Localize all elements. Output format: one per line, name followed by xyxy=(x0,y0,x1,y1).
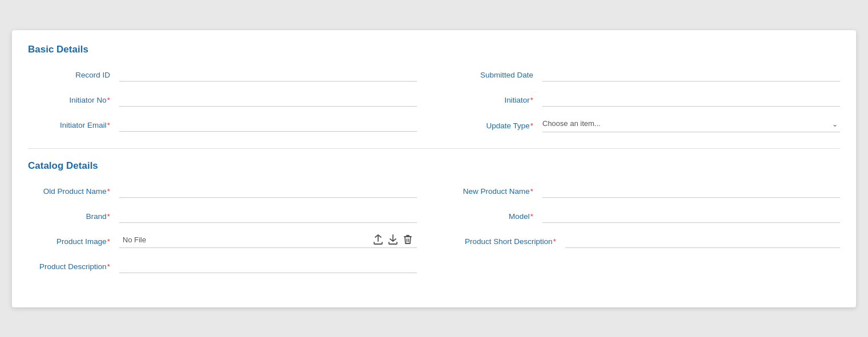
new-product-name-input[interactable] xyxy=(542,183,840,198)
initiator-email-label: Initiator Email* xyxy=(28,121,119,132)
basic-details-section: Basic Details Record ID Initiator No* xyxy=(28,44,840,143)
catalog-details-section: Catalog Details Old Product Name* Brand* xyxy=(28,160,840,283)
product-short-description-input[interactable] xyxy=(565,233,840,248)
basic-details-right: Submitted Date Initiator* Update Type* xyxy=(451,67,840,143)
catalog-details-title: Catalog Details xyxy=(28,160,840,172)
initiator-no-label: Initiator No* xyxy=(28,96,119,107)
update-type-label: Update Type* xyxy=(451,121,542,132)
new-product-name-label: New Product Name* xyxy=(451,187,542,198)
record-id-label: Record ID xyxy=(28,71,119,82)
old-product-name-label: Old Product Name* xyxy=(28,187,119,198)
file-no-text: No File xyxy=(123,236,146,244)
brand-input[interactable] xyxy=(119,208,417,223)
submitted-date-label: Submitted Date xyxy=(451,71,542,82)
brand-label: Brand* xyxy=(28,212,119,223)
initiator-no-row: Initiator No* xyxy=(28,92,417,107)
download-button[interactable] xyxy=(387,233,399,246)
catalog-details-grid: Old Product Name* Brand* Product Image* xyxy=(28,183,840,283)
product-short-description-label: Product Short Description* xyxy=(451,237,565,248)
submitted-date-row: Submitted Date xyxy=(451,67,840,82)
old-product-name-row: Old Product Name* xyxy=(28,183,417,198)
initiator-email-row: Initiator Email* xyxy=(28,117,417,132)
model-row: Model* xyxy=(451,208,840,223)
product-description-row: Product Description* xyxy=(28,258,417,273)
initiator-label: Initiator* xyxy=(451,96,542,107)
basic-details-left: Record ID Initiator No* Initiator Email* xyxy=(28,67,417,143)
form-container: Basic Details Record ID Initiator No* xyxy=(12,30,856,307)
delete-button[interactable] xyxy=(402,233,413,246)
brand-row: Brand* xyxy=(28,208,417,223)
initiator-input[interactable] xyxy=(542,92,840,107)
product-image-label: Product Image* xyxy=(28,237,119,248)
model-label: Model* xyxy=(451,212,542,223)
update-type-wrapper: Choose an item... ⌄ xyxy=(542,117,840,132)
catalog-details-right: New Product Name* Model* Product Short D… xyxy=(451,183,840,283)
update-type-select[interactable]: Choose an item... xyxy=(542,117,840,132)
product-description-label: Product Description* xyxy=(28,262,119,273)
file-icons xyxy=(372,233,413,246)
new-product-name-row: New Product Name* xyxy=(451,183,840,198)
basic-details-grid: Record ID Initiator No* Initiator Email* xyxy=(28,67,840,143)
initiator-row: Initiator* xyxy=(451,92,840,107)
submitted-date-input[interactable] xyxy=(542,67,840,82)
model-input[interactable] xyxy=(542,208,840,223)
basic-details-title: Basic Details xyxy=(28,44,840,55)
product-short-description-row: Product Short Description* xyxy=(451,233,840,248)
catalog-details-left: Old Product Name* Brand* Product Image* xyxy=(28,183,417,283)
product-image-wrapper: No File xyxy=(119,233,417,248)
initiator-no-input[interactable] xyxy=(119,92,417,107)
product-image-row: Product Image* No File xyxy=(28,233,417,248)
initiator-email-input[interactable] xyxy=(119,117,417,132)
record-id-row: Record ID xyxy=(28,67,417,82)
record-id-input[interactable] xyxy=(119,67,417,82)
product-description-input[interactable] xyxy=(119,258,417,273)
upload-button[interactable] xyxy=(372,233,384,246)
section-divider xyxy=(28,148,840,149)
old-product-name-input[interactable] xyxy=(119,183,417,198)
update-type-row: Update Type* Choose an item... ⌄ xyxy=(451,117,840,132)
